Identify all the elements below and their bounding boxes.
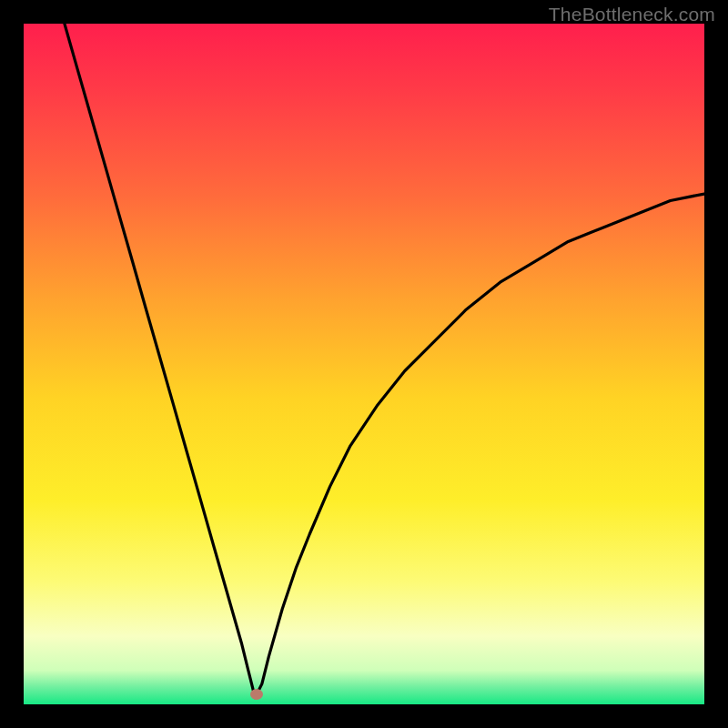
watermark-text: TheBottleneck.com xyxy=(549,4,715,25)
chart-frame: TheBottleneck.com xyxy=(0,0,728,728)
bottleneck-curve xyxy=(24,24,704,704)
plot-area xyxy=(24,24,704,704)
optimum-marker xyxy=(250,689,263,700)
